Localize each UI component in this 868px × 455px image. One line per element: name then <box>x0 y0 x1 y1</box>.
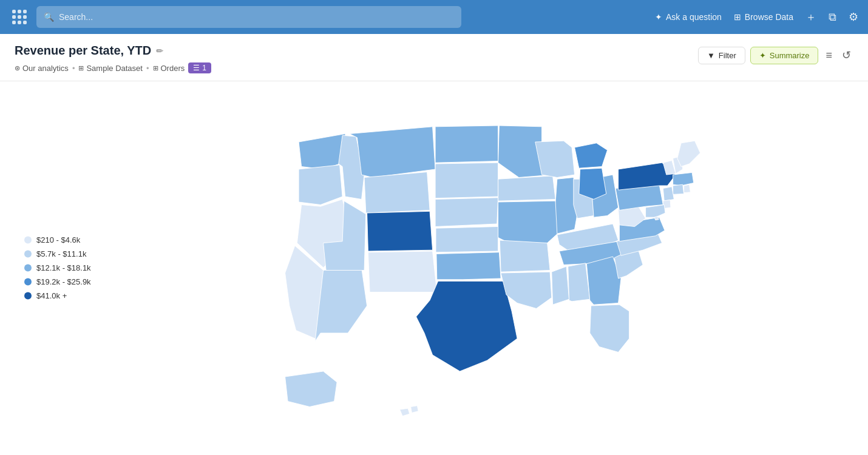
top-navigation: 🔍 Search... ✦ Ask a question ⊞ Browse Da… <box>0 0 868 34</box>
state-wy[interactable] <box>364 172 430 214</box>
state-ok[interactable] <box>436 252 501 280</box>
legend-item-2: $12.1k - $18.1k <box>24 263 91 272</box>
orders-icon: ⊞ <box>153 64 158 72</box>
state-ri[interactable] <box>684 184 691 193</box>
app-logo[interactable] <box>10 7 29 27</box>
state-md[interactable] <box>646 205 665 218</box>
legend-label-0: $210 - $4.6k <box>36 235 80 244</box>
state-ks[interactable] <box>436 227 498 252</box>
state-nj[interactable] <box>663 187 674 201</box>
breadcrumb-item-analytics[interactable]: ⊛ Our analytics <box>15 64 69 73</box>
subheader: Revenue per State, YTD ✏ ⊛ Our analytics… <box>0 34 868 73</box>
breadcrumb-sep-2: • <box>146 64 149 73</box>
settings-button[interactable]: ⚙ <box>849 10 858 24</box>
title-area: Revenue per State, YTD ✏ ⊛ Our analytics… <box>15 44 211 73</box>
state-hi[interactable] <box>400 408 410 416</box>
action-buttons: ▼ Filter ✦ Summarize ≡ ↺ <box>698 44 853 64</box>
new-button[interactable]: ＋ <box>805 10 816 24</box>
state-ms[interactable] <box>552 266 569 305</box>
state-mi-lower[interactable] <box>579 168 606 199</box>
layers-icon: ⊛ <box>15 64 20 72</box>
filter-badge[interactable]: ☰ 1 <box>188 62 211 73</box>
us-choropleth-map[interactable] <box>212 104 741 431</box>
grid-icon: ⊞ <box>734 12 741 22</box>
search-bar[interactable]: 🔍 Search... <box>36 6 461 28</box>
filter-icon-badge: ☰ <box>193 64 200 72</box>
state-ia[interactable] <box>498 176 556 201</box>
refresh-button[interactable]: ↺ <box>839 46 853 64</box>
legend-label-2: $12.1k - $18.1k <box>36 263 91 272</box>
page-title: Revenue per State, YTD <box>15 44 151 58</box>
legend-item-4: $41.0k + <box>24 291 91 300</box>
search-icon: 🔍 <box>44 12 54 22</box>
view-options-button[interactable]: ≡ <box>823 47 835 64</box>
state-mi[interactable] <box>575 143 608 168</box>
state-tx[interactable] <box>416 281 518 372</box>
state-sd[interactable] <box>435 163 498 198</box>
legend-dot-1 <box>24 250 32 257</box>
browse-data-button[interactable]: ⊞ Browse Data <box>734 12 793 22</box>
legend-item-1: $5.7k - $11.1k <box>24 249 91 258</box>
state-ak[interactable] <box>285 371 337 407</box>
legend-label-4: $41.0k + <box>36 291 67 300</box>
filter-icon: ▼ <box>707 51 715 60</box>
legend-label-1: $5.7k - $11.1k <box>36 249 86 258</box>
state-mt[interactable] <box>350 127 435 178</box>
bookmark-button[interactable]: ⧉ <box>829 11 836 24</box>
us-map-container <box>212 104 741 431</box>
edit-title-icon[interactable]: ✏ <box>156 46 163 56</box>
state-wi[interactable] <box>535 141 575 177</box>
legend-dot-0 <box>24 236 32 243</box>
search-placeholder: Search... <box>59 12 93 22</box>
plus-icon-summarize: ✦ <box>759 51 766 60</box>
sparkle-icon: ✦ <box>655 12 662 22</box>
state-ct[interactable] <box>673 184 684 194</box>
legend-label-3: $19.2k - $25.9k <box>36 277 91 286</box>
breadcrumb-item-sample[interactable]: ⊞ Sample Dataset <box>78 64 143 73</box>
state-az[interactable] <box>315 268 367 342</box>
state-ar[interactable] <box>500 240 550 272</box>
state-al[interactable] <box>568 263 590 302</box>
state-ma[interactable] <box>673 172 694 186</box>
main-content: $210 - $4.6k $5.7k - $11.1k $12.1k - $18… <box>0 81 868 454</box>
state-me[interactable] <box>677 141 700 166</box>
ask-question-button[interactable]: ✦ Ask a question <box>655 12 722 22</box>
state-ne[interactable] <box>435 198 498 227</box>
state-or[interactable] <box>299 165 342 205</box>
state-mo[interactable] <box>498 201 560 246</box>
legend-item-0: $210 - $4.6k <box>24 235 91 244</box>
legend-dot-4 <box>24 292 32 299</box>
topnav-right: ✦ Ask a question ⊞ Browse Data ＋ ⧉ ⚙ <box>655 10 858 24</box>
map-legend: $210 - $4.6k $5.7k - $11.1k $12.1k - $18… <box>24 235 91 300</box>
state-fl[interactable] <box>590 305 629 352</box>
legend-dot-2 <box>24 264 32 271</box>
state-co[interactable] <box>367 211 433 251</box>
state-nd[interactable] <box>435 126 498 163</box>
legend-item-3: $19.2k - $25.9k <box>24 277 91 286</box>
breadcrumb-sep-1: • <box>72 64 75 73</box>
filter-button[interactable]: ▼ Filter <box>698 47 745 64</box>
database-icon: ⊞ <box>78 64 84 72</box>
breadcrumb-item-orders[interactable]: ⊞ Orders <box>153 64 185 73</box>
state-hi2[interactable] <box>411 406 419 413</box>
legend-dot-3 <box>24 278 32 285</box>
summarize-button[interactable]: ✦ Summarize <box>750 47 819 64</box>
state-nm[interactable] <box>368 251 436 292</box>
page-title-row: Revenue per State, YTD ✏ <box>15 44 211 58</box>
breadcrumb: ⊛ Our analytics • ⊞ Sample Dataset • ⊞ O… <box>15 62 211 73</box>
